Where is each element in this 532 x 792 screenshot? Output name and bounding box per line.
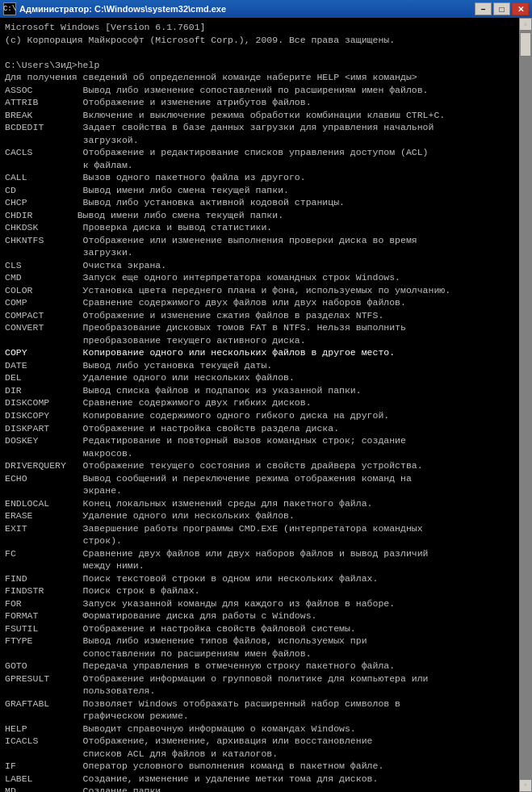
scrollbar[interactable]: ▲ ▼ xyxy=(519,18,532,792)
scroll-down-button[interactable]: ▼ xyxy=(519,779,532,792)
title-bar-buttons: – □ ✕ xyxy=(475,2,529,15)
scrollbar-track[interactable] xyxy=(519,31,532,779)
window-title: Администратор: C:\Windows\system32\cmd.e… xyxy=(19,4,226,14)
scrollbar-thumb[interactable] xyxy=(520,32,531,57)
close-button[interactable]: ✕ xyxy=(512,2,529,15)
console-text: Microsoft Windows [Version 6.1.7601] (c)… xyxy=(5,21,527,792)
title-bar-left: C:\ Администратор: C:\Windows\system32\c… xyxy=(3,2,226,15)
title-bar: C:\ Администратор: C:\Windows\system32\c… xyxy=(0,0,532,18)
cmd-icon: C:\ xyxy=(3,2,16,15)
console-output: Microsoft Windows [Version 6.1.7601] (c)… xyxy=(0,18,532,792)
minimize-button[interactable]: – xyxy=(475,2,492,15)
cmd-window: C:\ Администратор: C:\Windows\system32\c… xyxy=(0,0,532,792)
maximize-button[interactable]: □ xyxy=(493,2,510,15)
scroll-up-button[interactable]: ▲ xyxy=(519,18,532,31)
